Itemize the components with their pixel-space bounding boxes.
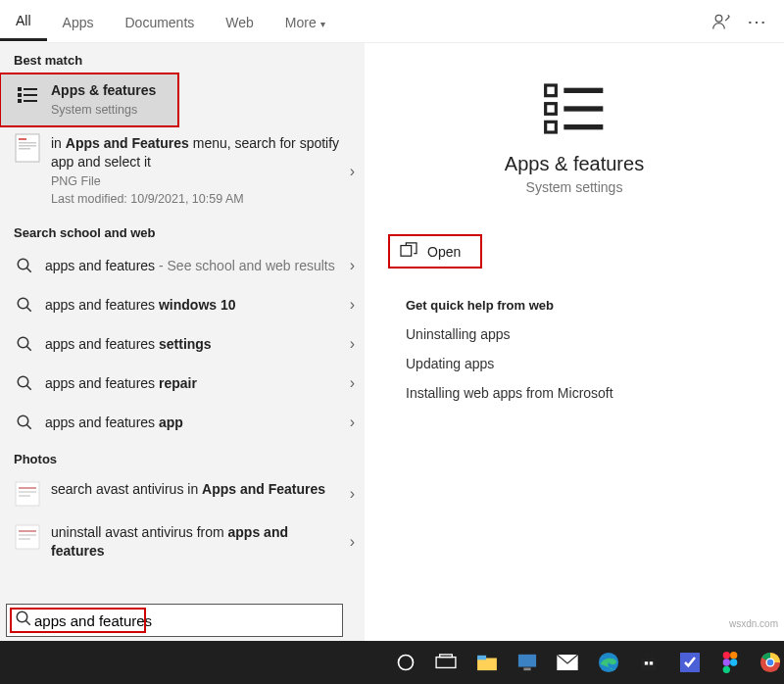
svg-point-46: [723, 652, 730, 659]
web-result-2[interactable]: apps and features settings›: [0, 324, 365, 364]
taskbar-store-icon[interactable]: [635, 649, 662, 676]
help-link-2[interactable]: Installing web apps from Microsoft: [406, 385, 760, 401]
detail-list-icon: [540, 74, 609, 143]
file-result-modified: Last modified: 10/9/2021, 10:59 AM: [51, 191, 340, 208]
svg-point-0: [715, 15, 722, 22]
svg-rect-38: [518, 655, 536, 667]
svg-point-13: [18, 299, 28, 310]
section-school-web: Search school and web: [0, 216, 365, 246]
chevron-right-icon: ›: [350, 414, 355, 431]
open-button[interactable]: Open: [388, 234, 482, 269]
svg-rect-9: [19, 142, 36, 144]
svg-rect-28: [564, 88, 603, 93]
web-result-4[interactable]: apps and features app›: [0, 403, 365, 442]
taskbar-chrome-icon[interactable]: [758, 649, 784, 676]
detail-subtitle: System settings: [388, 179, 760, 195]
chevron-right-icon: ›: [350, 533, 355, 551]
web-result-label: apps and features - See school and web r…: [45, 258, 340, 273]
svg-rect-23: [19, 534, 36, 536]
svg-rect-42: [642, 659, 657, 671]
png-file-icon: [14, 523, 41, 551]
svg-rect-35: [440, 655, 453, 658]
svg-rect-3: [18, 99, 22, 103]
svg-rect-29: [564, 106, 603, 111]
svg-rect-17: [16, 482, 39, 506]
tab-documents[interactable]: Documents: [109, 3, 210, 40]
taskbar-monitor-icon[interactable]: [514, 649, 540, 676]
person-icon[interactable]: [704, 4, 739, 39]
svg-rect-11: [19, 148, 30, 150]
taskbar-todo-icon[interactable]: [676, 649, 703, 676]
svg-rect-1: [18, 87, 22, 91]
detail-title: Apps & features: [388, 153, 760, 175]
svg-rect-2: [18, 93, 22, 97]
web-result-3[interactable]: apps and features repair›: [0, 364, 365, 403]
svg-point-50: [723, 666, 730, 673]
svg-rect-36: [477, 659, 497, 671]
svg-rect-34: [436, 658, 456, 668]
chevron-right-icon: ›: [350, 257, 355, 274]
help-header: Get quick help from web: [406, 298, 760, 313]
tab-apps[interactable]: Apps: [47, 3, 110, 40]
tab-all[interactable]: All: [0, 1, 47, 41]
web-result-label: apps and features settings: [45, 336, 340, 352]
svg-rect-24: [19, 538, 30, 540]
svg-point-53: [767, 660, 773, 665]
svg-rect-37: [477, 656, 486, 660]
web-result-label: apps and features repair: [45, 375, 340, 391]
section-photos: Photos: [0, 442, 365, 472]
svg-rect-25: [546, 85, 557, 96]
svg-rect-4: [24, 88, 37, 90]
svg-rect-22: [19, 530, 36, 532]
svg-point-14: [18, 338, 28, 349]
svg-rect-20: [19, 495, 30, 497]
taskbar-taskview-icon[interactable]: [432, 649, 459, 676]
search-icon: [14, 255, 35, 276]
file-result-title: in Apps and Features menu, search for sp…: [51, 134, 340, 171]
detail-pane: Apps & features System settings Open Get…: [365, 43, 784, 684]
photo-result-1[interactable]: uninstall avast antivirus from apps and …: [0, 515, 365, 568]
web-result-1[interactable]: apps and features windows 10›: [0, 285, 365, 324]
best-match-subtitle: System settings: [51, 102, 169, 119]
web-result-label: apps and features windows 10: [45, 297, 340, 313]
svg-rect-39: [523, 667, 530, 670]
search-input[interactable]: [32, 611, 334, 630]
svg-point-32: [17, 611, 27, 622]
taskbar-figma-icon[interactable]: [716, 649, 743, 676]
open-button-label: Open: [427, 244, 461, 260]
chevron-right-icon: ›: [350, 374, 355, 392]
more-options-icon[interactable]: [739, 4, 774, 39]
search-box[interactable]: [6, 604, 343, 637]
taskbar: [0, 641, 784, 684]
png-file-icon: [14, 134, 41, 162]
web-result-0[interactable]: apps and features - See school and web r…: [0, 246, 365, 285]
search-icon: [15, 610, 32, 631]
file-result-type: PNG File: [51, 173, 340, 190]
photo-result-label: uninstall avast antivirus from apps and …: [51, 523, 340, 561]
photo-result-0[interactable]: search avast antivirus in Apps and Featu…: [0, 472, 365, 515]
chevron-right-icon: ›: [350, 163, 355, 180]
help-link-1[interactable]: Updating apps: [406, 356, 760, 371]
search-icon: [14, 294, 35, 316]
svg-point-12: [18, 260, 28, 270]
svg-rect-19: [19, 491, 36, 493]
search-scope-tabs: All Apps Documents Web More: [0, 0, 784, 43]
taskbar-mail-icon[interactable]: [555, 649, 581, 676]
tab-more[interactable]: More: [270, 3, 341, 40]
tab-web[interactable]: Web: [210, 3, 270, 40]
svg-point-47: [730, 652, 737, 659]
best-match-result[interactable]: Apps & features System settings: [0, 73, 178, 126]
search-icon: [14, 412, 35, 433]
taskbar-explorer-icon[interactable]: [473, 649, 500, 676]
search-icon: [14, 333, 35, 355]
svg-rect-6: [24, 100, 37, 102]
help-link-0[interactable]: Uninstalling apps: [406, 326, 760, 342]
chevron-right-icon: ›: [350, 485, 355, 503]
file-result[interactable]: in Apps and Features menu, search for sp…: [0, 126, 365, 217]
taskbar-edge-icon[interactable]: [595, 649, 621, 676]
png-file-icon: [14, 480, 41, 508]
taskbar-cortana-icon[interactable]: [392, 649, 418, 676]
chevron-right-icon: ›: [350, 296, 355, 314]
web-result-label: apps and features app: [45, 415, 340, 430]
watermark: wsxdn.com: [729, 618, 778, 629]
